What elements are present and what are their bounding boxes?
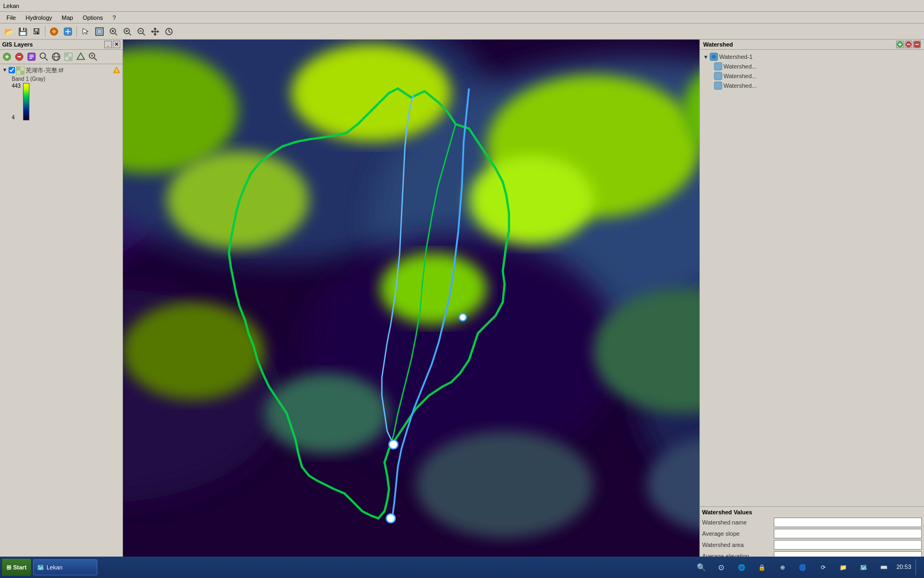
vector-layer-button[interactable] xyxy=(75,51,87,63)
band-label: Band 1 (Gray) xyxy=(12,76,45,82)
watershed-child-3[interactable]: Watershed... xyxy=(713,81,922,90)
minimize-panel-button[interactable]: _ xyxy=(104,41,112,48)
left-panel: GIS Layers _ ✕ xyxy=(0,40,123,565)
watershed-values-panel: Watershed Values Watershed name Average … xyxy=(700,506,924,565)
watershed-tree-icon xyxy=(710,52,718,61)
map-area[interactable] xyxy=(123,40,699,565)
menu-bar: File Hydrology Map Options ? xyxy=(0,12,924,24)
menu-file[interactable]: File xyxy=(2,13,20,22)
taskbar-items: 🗺️ Lekan xyxy=(33,559,689,575)
taskbar-clock: 20:53 xyxy=(896,563,911,571)
svg-marker-27 xyxy=(77,53,84,59)
taskbar-app4[interactable]: ⟳ xyxy=(815,559,831,575)
taskbar-gis[interactable]: 🗺️ xyxy=(856,559,872,575)
svg-point-61 xyxy=(167,151,309,249)
layer-zoom-button[interactable] xyxy=(38,51,50,63)
watershed-tree: ▼ Watershed-1 Watershed... xyxy=(700,50,924,506)
svg-line-9 xyxy=(129,33,131,35)
watershed-panel-title: Watershed xyxy=(703,41,733,48)
taskbar-search[interactable]: 🔍 xyxy=(693,559,709,575)
zoom-out-button[interactable] xyxy=(135,25,148,38)
title-bar: Lekan xyxy=(0,0,924,12)
menu-map[interactable]: Map xyxy=(57,13,77,22)
zoom-in-button[interactable] xyxy=(121,25,134,38)
svg-rect-73 xyxy=(714,82,722,89)
tree-expand-icon[interactable]: ▼ xyxy=(703,54,709,60)
watershed-header: Watershed xyxy=(700,40,924,50)
outlet-point xyxy=(386,514,395,523)
svg-line-20 xyxy=(45,58,48,60)
tool1-button[interactable] xyxy=(48,25,60,38)
svg-line-29 xyxy=(94,58,97,60)
panel-header-buttons: _ ✕ xyxy=(104,41,120,48)
zoom-in-rect-button[interactable] xyxy=(107,25,120,38)
watershed-child-label-3: Watershed... xyxy=(723,82,757,89)
layer-expand-icon[interactable]: ▼ xyxy=(2,66,7,73)
watershed-name-row: Watershed name xyxy=(702,518,922,527)
add-layer-button[interactable] xyxy=(1,51,13,63)
gis-layers-title: GIS Layers xyxy=(2,41,33,48)
svg-point-57 xyxy=(415,431,594,538)
separator-1 xyxy=(45,26,45,37)
junction-point-1 xyxy=(389,440,398,449)
save-button[interactable]: 🖫 xyxy=(30,25,43,38)
svg-point-58 xyxy=(469,155,594,244)
watershed-tool-1[interactable] xyxy=(896,41,904,48)
history-button[interactable] xyxy=(163,25,175,38)
watershed-tool-3[interactable] xyxy=(913,41,921,48)
tool2-button[interactable] xyxy=(61,25,74,38)
watershed-tree-item-root[interactable]: ▼ Watershed-1 xyxy=(702,52,922,62)
terrain-map-svg xyxy=(123,40,699,565)
warning-icon: ! xyxy=(113,66,120,74)
layer-visible-checkbox[interactable] xyxy=(9,67,15,73)
watershed-area-input[interactable] xyxy=(774,540,922,550)
taskbar-lekan-label: Lekan xyxy=(47,564,63,571)
taskbar: ⊞ Start 🗺️ Lekan 🔍 ⊙ 🌐 🔒 ⊕ 🌀 ⟳ 📁 🗺️ ⌨️ 2… xyxy=(0,557,924,578)
svg-text:!: ! xyxy=(116,68,118,73)
layer-properties-button[interactable] xyxy=(26,51,37,63)
taskbar-app3[interactable]: 🌀 xyxy=(795,559,811,575)
legend-min: 4 xyxy=(12,115,21,120)
taskbar-shell[interactable]: ⌨️ xyxy=(876,559,892,575)
watershed-children: Watershed... Watershed... Watershed... xyxy=(702,62,922,90)
layer-item[interactable]: ▼ 芜湖市-完整.tif ! xyxy=(1,65,121,76)
raster-icon xyxy=(16,66,25,75)
watershed-tree-label: Watershed-1 xyxy=(719,54,753,60)
search-layer-button[interactable] xyxy=(87,51,99,63)
watershed-name-input[interactable] xyxy=(774,518,922,527)
taskbar-app2[interactable]: ⊕ xyxy=(774,559,790,575)
taskbar-browser[interactable]: 🌐 xyxy=(734,559,750,575)
layer-list: ▼ 芜湖市-完整.tif ! Band 1 (Gray) 443 4 xyxy=(0,64,122,565)
svg-rect-71 xyxy=(714,63,722,70)
close-panel-button[interactable]: ✕ xyxy=(113,41,120,48)
watershed-tool-2[interactable] xyxy=(905,41,912,48)
watershed-child-2[interactable]: Watershed... xyxy=(713,71,922,81)
globe-button[interactable] xyxy=(50,51,62,63)
raster-layer-button[interactable] xyxy=(63,51,74,63)
select-button[interactable] xyxy=(79,25,92,38)
watershed-values-title: Watershed Values xyxy=(702,509,922,515)
zoom-extent-button[interactable] xyxy=(93,25,106,38)
layer-name: 芜湖市-完整.tif xyxy=(26,66,112,74)
svg-rect-33 xyxy=(16,66,20,71)
taskbar-lekan[interactable]: 🗺️ Lekan xyxy=(33,559,97,575)
gis-layers-header: GIS Layers _ ✕ xyxy=(0,40,122,50)
taskbar-show-desktop[interactable] xyxy=(915,559,918,575)
menu-options[interactable]: Options xyxy=(79,13,107,22)
menu-hydrology[interactable]: Hydrology xyxy=(21,13,57,22)
taskbar-folder[interactable]: 📁 xyxy=(835,559,851,575)
start-button[interactable]: ⊞ Start xyxy=(2,559,31,576)
taskbar-cortana[interactable]: ⊙ xyxy=(713,559,729,575)
pan-button[interactable] xyxy=(149,25,161,38)
watershed-child-label-1: Watershed... xyxy=(723,63,757,70)
open-button[interactable]: 📂 xyxy=(2,25,15,38)
average-slope-input[interactable] xyxy=(774,529,922,538)
menu-help[interactable]: ? xyxy=(109,13,120,22)
remove-layer-button[interactable] xyxy=(13,51,25,63)
save-as-button[interactable]: 💾 xyxy=(16,25,29,38)
watershed-name-label: Watershed name xyxy=(702,519,772,526)
taskbar-app1[interactable]: 🔒 xyxy=(754,559,770,575)
watershed-child-1[interactable]: Watershed... xyxy=(713,62,922,71)
layer-toolbar xyxy=(0,50,122,64)
watershed-child-icon-2 xyxy=(714,72,722,80)
